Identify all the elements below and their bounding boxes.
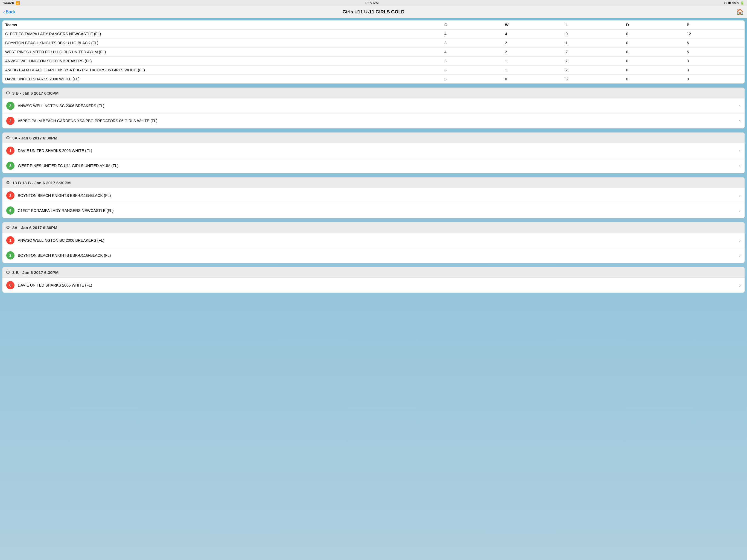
match-team-name: DAVIE UNITED SHARKS 2006 WHITE (FL) [18,149,736,153]
status-time: 8:59 PM [365,1,379,5]
score-badge: 8 [6,161,15,170]
match-card: ⚙ 13 B 13 B - Jan 6 2017 6:30PM 2 BOYNTO… [2,177,745,218]
match-row[interactable]: 1 ANWSC WELLINGTON SC 2006 BREAKERS (FL)… [2,233,745,248]
chevron-right-icon: › [739,253,741,258]
chevron-right-icon: › [739,193,741,199]
standings-row: ANWSC WELLINGTON SC 2006 BREAKERS (FL) 3… [2,57,745,66]
standings-d: 0 [623,48,684,57]
standings-team-name: WEST PINES UNITED FC U11 GIRLS UNITED AY… [2,48,442,57]
standings-d: 0 [623,57,684,66]
battery-icon: 🔋 [740,1,744,5]
standings-w: 4 [502,29,563,39]
chevron-right-icon: › [739,208,741,213]
match-header-icon: ⚙ [6,180,10,186]
col-header-d: D [623,21,684,29]
chevron-right-icon: › [739,238,741,244]
match-header-text: 13 B 13 B - Jan 6 2017 6:30PM [12,180,71,185]
match-row[interactable]: 0 DAVIE UNITED SHARKS 2006 WHITE (FL) › [2,278,745,292]
standings-row: C1FCT FC TAMPA LADY RANGERS NEWCASTLE (F… [2,29,745,39]
match-card: ⚙ 3 B - Jan 6 2017 6:30PM 0 DAVIE UNITED… [2,267,745,293]
score-badge: 2 [6,192,15,200]
col-header-l: L [563,21,623,29]
match-team-name: C1FCT FC TAMPA LADY RANGERS NEWCASTLE (F… [18,208,736,213]
standings-row: A5PBG PALM BEACH GARDENS YSA PBG PREDATO… [2,66,745,75]
standings-l: 1 [563,39,623,48]
chevron-right-icon: › [739,103,741,109]
score-badge: 6 [6,206,15,215]
standings-d: 0 [623,29,684,39]
match-row[interactable]: 3 ANWSC WELLINGTON SC 2006 BREAKERS (FL)… [2,98,745,113]
match-card: ⚙ 3A - Jan 6 2017 6:30PM 1 ANWSC WELLING… [2,222,745,263]
standings-row: BOYNTON BEACH KNIGHTS BBK-U11G-BLACK (FL… [2,39,745,48]
match-header-text: 3 B - Jan 6 2017 6:30PM [12,91,58,96]
match-header-text: 3A - Jan 6 2017 6:30PM [12,136,57,140]
standings-team-name: BOYNTON BEACH KNIGHTS BBK-U11G-BLACK (FL… [2,39,442,48]
match-header-icon: ⚙ [6,225,10,230]
standings-w: 2 [502,48,563,57]
standings-table: Teams G W L D P C1FCT FC TAMPA LADY RANG… [2,21,745,83]
match-header: ⚙ 3A - Jan 6 2017 6:30PM [2,133,745,143]
match-header: ⚙ 3 B - Jan 6 2017 6:30PM [2,88,745,98]
chevron-right-icon: › [739,148,741,154]
standings-team-name: A5PBG PALM BEACH GARDENS YSA PBG PREDATO… [2,66,442,75]
match-team-name: WEST PINES UNITED FC U11 GIRLS UNITED AY… [18,163,736,168]
standings-w: 2 [502,39,563,48]
match-header: ⚙ 13 B 13 B - Jan 6 2017 6:30PM [2,177,745,188]
match-team-name: BOYNTON BEACH KNIGHTS BBK-U11G-BLACK (FL… [18,193,736,198]
match-row[interactable]: 1 DAVIE UNITED SHARKS 2006 WHITE (FL) › [2,143,745,158]
matches-container: ⚙ 3 B - Jan 6 2017 6:30PM 3 ANWSC WELLIN… [2,87,745,293]
standings-table-wrapper: Teams G W L D P C1FCT FC TAMPA LADY RANG… [2,20,745,84]
standings-l: 2 [563,57,623,66]
back-chevron-icon: ‹ [3,9,5,15]
status-right: ⊙ ✱ 95% 🔋 [724,1,744,5]
match-row[interactable]: 2 BOYNTON BEACH KNIGHTS BBK-U11G-BLACK (… [2,188,745,203]
status-bar: Search 📶 8:59 PM ⊙ ✱ 95% 🔋 [0,0,747,6]
score-badge: 2 [6,117,15,125]
standings-p: 6 [684,48,745,57]
standings-w: 1 [502,57,563,66]
match-row[interactable]: 8 WEST PINES UNITED FC U11 GIRLS UNITED … [2,158,745,173]
col-header-g: G [442,21,502,29]
standings-team-name: ANWSC WELLINGTON SC 2006 BREAKERS (FL) [2,57,442,66]
standings-p: 0 [684,75,745,84]
match-header-text: 3A - Jan 6 2017 6:30PM [12,225,57,230]
back-button[interactable]: ‹ Back [3,9,16,15]
match-team-name: DAVIE UNITED SHARKS 2006 WHITE (FL) [18,283,736,287]
chevron-right-icon: › [739,118,741,124]
back-label: Back [6,9,16,15]
standings-row: WEST PINES UNITED FC U11 GIRLS UNITED AY… [2,48,745,57]
score-badge: 1 [6,147,15,155]
standings-d: 0 [623,75,684,84]
match-team-name: ANWSC WELLINGTON SC 2006 BREAKERS (FL) [18,238,736,243]
standings-w: 0 [502,75,563,84]
standings-d: 0 [623,39,684,48]
page-title: Girls U11 U-11 GIRLS GOLD [343,9,405,15]
status-left: Search 📶 [3,1,20,5]
bluetooth-icon: ✱ [728,1,731,5]
standings-w: 1 [502,66,563,75]
match-card: ⚙ 3 B - Jan 6 2017 6:30PM 3 ANWSC WELLIN… [2,87,745,128]
match-row[interactable]: 2 A5PBG PALM BEACH GARDENS YSA PBG PREDA… [2,113,745,128]
score-badge: 1 [6,236,15,245]
standings-l: 0 [563,29,623,39]
standings-p: 3 [684,66,745,75]
standings-row: DAVIE UNITED SHARKS 2006 WHITE (FL) 3 0 … [2,75,745,84]
match-header-text: 3 B - Jan 6 2017 6:30PM [12,270,58,275]
standings-p: 12 [684,29,745,39]
standings-g: 4 [442,48,502,57]
standings-g: 3 [442,66,502,75]
search-label: Search [3,1,14,5]
home-button[interactable]: 🏠 [736,8,744,16]
score-badge: 0 [6,281,15,289]
match-header-icon: ⚙ [6,90,10,96]
match-header: ⚙ 3 B - Jan 6 2017 6:30PM [2,267,745,278]
standings-g: 3 [442,75,502,84]
wifi-icon: 📶 [16,1,20,5]
standings-p: 6 [684,39,745,48]
match-header-icon: ⚙ [6,269,10,275]
standings-p: 3 [684,57,745,66]
standings-l: 3 [563,75,623,84]
match-header-icon: ⚙ [6,135,10,141]
match-row[interactable]: 2 BOYNTON BEACH KNIGHTS BBK-U11G-BLACK (… [2,248,745,263]
match-row[interactable]: 6 C1FCT FC TAMPA LADY RANGERS NEWCASTLE … [2,203,745,218]
